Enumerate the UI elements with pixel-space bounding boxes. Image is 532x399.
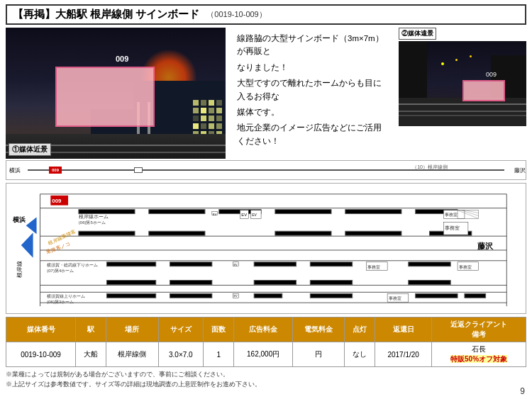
photo-left-label: ①媒体近景 [9, 143, 51, 156]
svg-text:横浜: 横浜 [12, 216, 26, 223]
top-map-fujisawa: 藤沢 [514, 167, 526, 174]
svg-rect-55 [310, 281, 352, 285]
page-number: 9 [520, 386, 525, 396]
svg-text:事務室: 事務室 [389, 296, 401, 300]
svg-rect-53 [170, 281, 211, 285]
svg-rect-45 [254, 262, 296, 266]
svg-text:(07)第4ホーム: (07)第4ホーム [47, 269, 74, 273]
svg-rect-14 [79, 210, 135, 214]
svg-text:根岸線ホーム: 根岸線ホーム [79, 214, 109, 219]
svg-rect-35 [149, 231, 205, 235]
svg-rect-67 [416, 293, 458, 298]
cell-size: 3.0×7.0 [158, 342, 204, 367]
table-section: 媒体番号 駅 場所 サイズ 面数 広告料金 電気料金 点灯 返還日 近返クライア… [6, 317, 526, 367]
svg-text:EV: EV [241, 213, 247, 217]
footer-notes: ※業種によっては規制がある場合がございますので、事前にご相談ください。 ※上記サ… [6, 370, 526, 389]
cell-electric: 円 [292, 342, 344, 367]
billboard-number-right: 009 [486, 71, 497, 78]
cell-id: 0019-10-009 [6, 342, 76, 367]
cell-count: 1 [204, 342, 234, 367]
svg-rect-18 [345, 210, 401, 214]
svg-rect-54 [254, 281, 296, 285]
cell-adfee: 162,000円 [234, 342, 292, 367]
svg-text:根岸線: 根岸線 [16, 261, 23, 278]
svg-rect-49 [409, 262, 450, 266]
svg-text:横須賀線上りホーム: 横須賀線上りホーム [47, 293, 85, 299]
svg-rect-34 [79, 231, 135, 235]
svg-text:事務室: 事務室 [445, 225, 460, 230]
note-line1: 石長 [472, 345, 486, 353]
header-code: （0019-10-009） [206, 9, 266, 20]
cell-note: 石長 特販50%オフ対象 [432, 342, 526, 367]
svg-rect-64 [310, 293, 352, 298]
photo-right-wrap: ②媒体遠景 009 [399, 28, 526, 159]
svg-rect-63 [254, 293, 282, 298]
svg-rect-46 [310, 262, 352, 266]
svg-text:横須賀・総武線下りホーム: 横須賀・総武線下りホーム [47, 262, 98, 268]
photo-right: 009 [399, 41, 526, 126]
desc-line5: 地元企業のイメージ広告などにご活用ください！ [237, 121, 387, 147]
cell-return: 2017/1/20 [375, 342, 432, 367]
svg-text:EV: EV [233, 294, 238, 298]
svg-text:事務室: 事務室 [459, 264, 472, 269]
top-map-yokohama: 横浜 [9, 167, 21, 174]
note-highlight: 特販50%オフ対象 [450, 355, 507, 363]
svg-text:事務室: 事務室 [367, 264, 380, 269]
desc-line4: 媒体です。 [237, 106, 387, 118]
desc-line2: なりました！ [237, 61, 387, 74]
desc-line1: 線路脇の大型サインボード（3m×7m）が再販と [237, 32, 387, 58]
header-bar: 【再掲】大船駅 根岸線側 サインボード （0019-10-009） [6, 4, 526, 25]
svg-rect-17 [275, 210, 331, 214]
cell-station: 大船 [76, 342, 106, 367]
col-note: 近返クライアント備考 [432, 317, 526, 342]
svg-rect-36 [275, 231, 331, 235]
svg-text:EV: EV [233, 263, 238, 266]
svg-rect-56 [409, 281, 450, 285]
svg-rect-52 [106, 281, 155, 285]
col-id: 媒体番号 [6, 317, 76, 342]
svg-rect-41 [106, 262, 155, 266]
table-row: 0019-10-009 大船 根岸線側 3.0×7.0 1 162,000円 円… [6, 342, 526, 367]
description-box: 線路脇の大型サインボード（3m×7m）が再販と なりました！ 大型ですので離れた… [231, 28, 393, 159]
svg-rect-42 [170, 262, 211, 266]
svg-rect-68 [465, 293, 486, 298]
svg-text:藤沢: 藤沢 [477, 242, 494, 250]
negiishi-platform-text: （10）根岸線側 [412, 164, 448, 171]
top-map: 横浜 009 （10）根岸線側 藤沢 [6, 160, 526, 180]
svg-text:EV: EV [213, 213, 217, 216]
col-station: 駅 [76, 317, 106, 342]
desc-line3: 大型ですので離れたホームからも目に入るお得な [237, 77, 387, 103]
col-return: 返還日 [375, 317, 432, 342]
svg-rect-60 [170, 293, 211, 298]
page-title: 【再掲】大船駅 根岸線側 サインボード [13, 8, 199, 21]
svg-text:(06)第3ホーム: (06)第3ホーム [47, 300, 74, 304]
svg-text:009: 009 [52, 198, 62, 204]
billboard-pink-right [462, 80, 505, 101]
billboard-number-left: 009 [116, 55, 128, 63]
col-electric: 電気料金 [292, 317, 344, 342]
top-map-marker: 009 [49, 167, 62, 174]
photo-right-label-badge: ②媒体遠景 [399, 28, 436, 40]
col-adfee: 広告料金 [234, 317, 292, 342]
station-diagram: 根岸線 乗降客ノコ 横浜 藤沢 EV EV EV 根岸線ホーム (06)第5ホー… [6, 183, 526, 314]
svg-rect-59 [106, 293, 155, 298]
col-size: サイズ [158, 317, 204, 342]
top-section: 009 ①媒体近景 線路脇の大型サインボード（3m×7m）が再販と なりました！… [6, 28, 526, 159]
svg-text:事務室: 事務室 [445, 212, 458, 217]
col-light: 点灯 [344, 317, 375, 342]
photo-left: 009 ①媒体近景 [6, 28, 226, 159]
footer-note1: ※業種によっては規制がある場合がございますので、事前にご相談ください。 [6, 370, 526, 380]
col-location: 場所 [106, 317, 158, 342]
col-count: 面数 [204, 317, 234, 342]
cell-location: 根岸線側 [106, 342, 158, 367]
info-table: 媒体番号 駅 場所 サイズ 面数 広告料金 電気料金 点灯 返還日 近返クライア… [6, 317, 526, 367]
svg-rect-37 [345, 231, 401, 235]
svg-rect-15 [149, 210, 205, 214]
billboard-pink [55, 67, 155, 127]
svg-text:(06)第5ホーム: (06)第5ホーム [79, 220, 106, 225]
svg-text:EV: EV [252, 213, 257, 217]
cell-light: なし [344, 342, 375, 367]
footer-note2: ※上記サイズは参考数値です。サイズ等の詳細は現地調査の上意匠制作をお進め下さい。 [6, 380, 526, 390]
